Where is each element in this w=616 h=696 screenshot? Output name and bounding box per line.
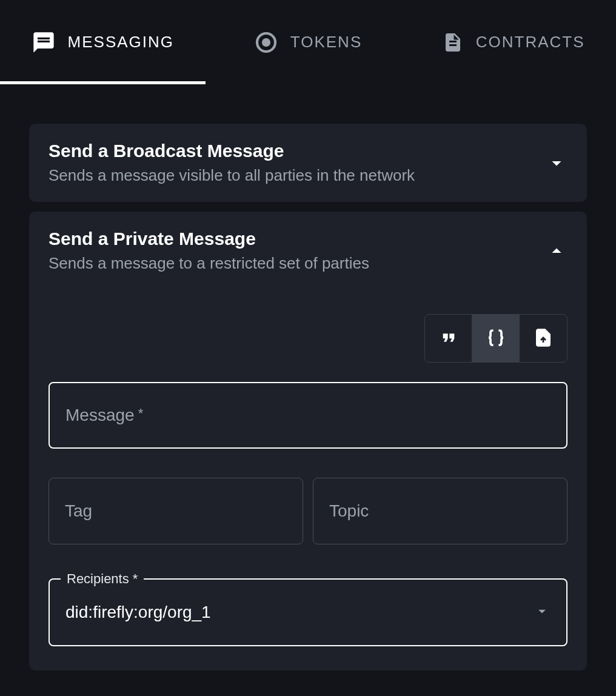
- tag-field[interactable]: Tag: [49, 478, 303, 544]
- tab-contracts[interactable]: CONTRACTS: [410, 0, 616, 84]
- tab-label: MESSAGING: [68, 33, 174, 52]
- field-label: Topic: [329, 501, 369, 521]
- tab-messaging[interactable]: MESSAGING: [0, 0, 206, 84]
- quote-icon: [439, 328, 458, 349]
- tab-label: CONTRACTS: [476, 33, 585, 52]
- broadcast-panel-header[interactable]: Send a Broadcast Message Sends a message…: [29, 124, 587, 202]
- tabs-bar: MESSAGING TOKENS CONTRACTS: [0, 0, 616, 85]
- topic-field[interactable]: Topic: [313, 478, 567, 544]
- chevron-down-icon: [546, 152, 567, 174]
- broadcast-panel: Send a Broadcast Message Sends a message…: [29, 124, 587, 202]
- message-icon: [32, 30, 56, 55]
- field-label: Message: [65, 406, 143, 425]
- panel-title: Send a Broadcast Message: [49, 141, 415, 161]
- private-panel-header[interactable]: Send a Private Message Sends a message t…: [29, 212, 587, 290]
- recipients-select[interactable]: Recipients did:firefly:org/org_1: [49, 578, 567, 646]
- panel-header-text: Send a Broadcast Message Sends a message…: [49, 141, 415, 185]
- tab-label: TOKENS: [290, 33, 362, 52]
- select-label: Recipients: [61, 571, 144, 587]
- file-upload-icon: [534, 328, 553, 349]
- field-label: Tag: [65, 501, 92, 521]
- format-file-button[interactable]: [520, 315, 567, 362]
- format-toggle-row: [49, 314, 567, 363]
- json-braces-icon: [485, 327, 507, 350]
- panel-title: Send a Private Message: [49, 229, 369, 249]
- panel-header-text: Send a Private Message Sends a message t…: [49, 229, 369, 273]
- message-field[interactable]: Message: [49, 382, 567, 449]
- tag-topic-row: Tag Topic: [49, 478, 567, 544]
- token-icon: [254, 30, 278, 55]
- select-value: did:firefly:org/org_1: [65, 603, 534, 622]
- panel-subtitle: Sends a message to a restricted set of p…: [49, 254, 369, 273]
- panel-subtitle: Sends a message visible to all parties i…: [49, 166, 415, 185]
- dropdown-arrow-icon: [534, 603, 551, 622]
- chevron-up-icon: [546, 240, 567, 262]
- format-toggle-group: [424, 314, 567, 363]
- contract-icon: [442, 32, 464, 53]
- private-panel-body: Message Tag Topic Recipients did:firefly…: [29, 314, 587, 671]
- private-panel: Send a Private Message Sends a message t…: [29, 212, 587, 671]
- format-json-button[interactable]: [472, 315, 520, 362]
- tab-tokens[interactable]: TOKENS: [206, 0, 411, 84]
- svg-point-1: [263, 39, 269, 45]
- format-quote-button[interactable]: [425, 315, 472, 362]
- content-area: Send a Broadcast Message Sends a message…: [0, 85, 616, 671]
